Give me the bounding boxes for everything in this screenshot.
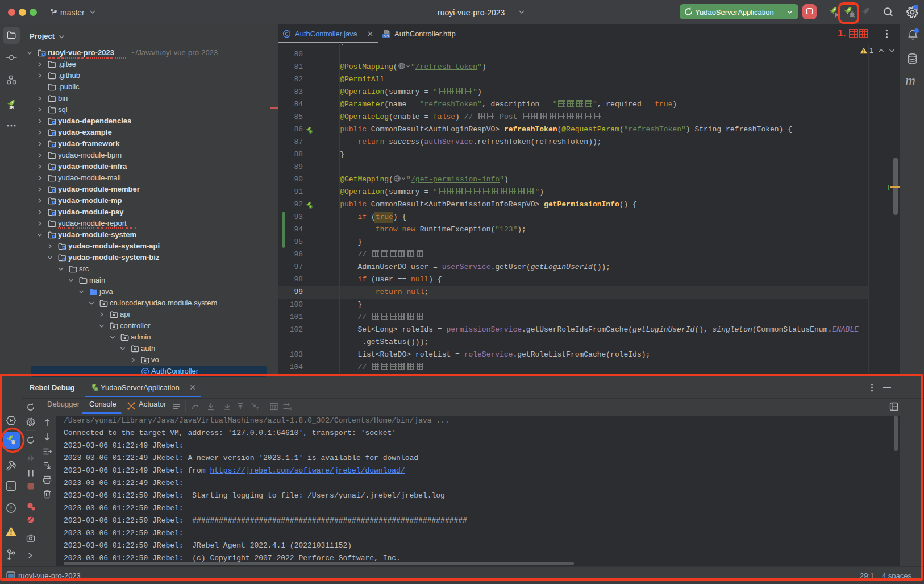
- svg-text:JR: JR: [9, 105, 14, 110]
- svg-text:API: API: [384, 34, 389, 38]
